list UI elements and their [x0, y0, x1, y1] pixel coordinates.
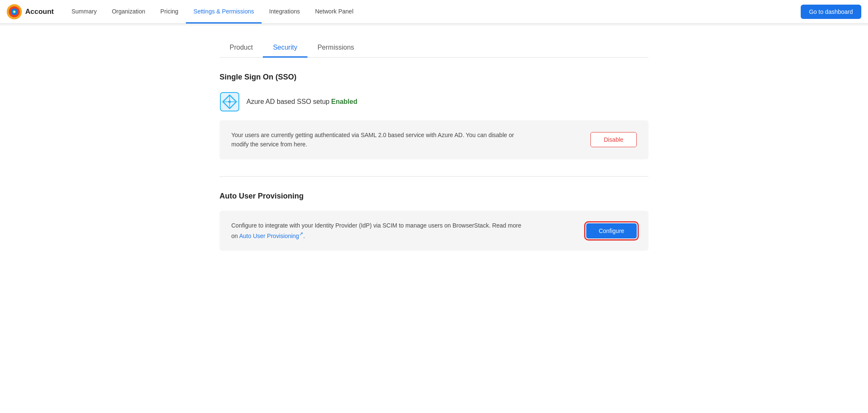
main-content: Product Security Permissions Single Sign…	[203, 25, 665, 281]
tab-product[interactable]: Product	[220, 39, 263, 58]
go-to-dashboard-button[interactable]: Go to dashboard	[801, 5, 861, 19]
logo-icon	[7, 4, 22, 19]
top-nav: Account Summary Organization Pricing Set…	[0, 0, 868, 24]
sso-info-box: Your users are currently getting authent…	[220, 120, 648, 159]
nav-network-panel[interactable]: Network Panel	[307, 0, 361, 24]
external-link-icon: ↗	[299, 231, 303, 237]
auto-provisioning-title: Auto User Provisioning	[220, 192, 648, 201]
disable-button[interactable]: Disable	[590, 132, 637, 147]
nav-summary[interactable]: Summary	[64, 0, 104, 24]
nav-organization[interactable]: Organization	[104, 0, 153, 24]
brand-logo: Account	[7, 4, 54, 19]
auto-provisioning-link[interactable]: Auto User Provisioning↗	[239, 233, 303, 239]
nav-integrations[interactable]: Integrations	[262, 0, 307, 24]
auto-provisioning-info-text: Configure to integrate with your Identit…	[231, 221, 526, 241]
nav-links: Summary Organization Pricing Settings & …	[64, 0, 432, 23]
sso-status: Enabled	[331, 98, 357, 105]
nav-pricing[interactable]: Pricing	[153, 0, 186, 24]
sso-info-text: Your users are currently getting authent…	[231, 130, 526, 149]
sso-provider-row: Azure AD based SSO setupEnabled	[220, 92, 648, 112]
sso-section: Single Sign On (SSO) Azure AD based SSO …	[220, 73, 648, 159]
brand-name: Account	[25, 8, 54, 16]
svg-point-9	[228, 101, 231, 103]
sso-provider-label: Azure AD based SSO setupEnabled	[246, 98, 357, 106]
section-divider	[220, 176, 648, 177]
nav-settings-permissions[interactable]: Settings & Permissions	[186, 0, 262, 24]
tab-security[interactable]: Security	[263, 39, 307, 58]
tab-permissions[interactable]: Permissions	[307, 39, 364, 58]
auto-provisioning-section: Auto User Provisioning Configure to inte…	[220, 192, 648, 251]
svg-point-4	[13, 11, 15, 13]
azure-ad-icon	[220, 92, 240, 112]
settings-tabs: Product Security Permissions	[220, 39, 648, 58]
auto-provisioning-info-box: Configure to integrate with your Identit…	[220, 211, 648, 251]
sso-section-title: Single Sign On (SSO)	[220, 73, 648, 82]
configure-button[interactable]: Configure	[586, 223, 637, 238]
